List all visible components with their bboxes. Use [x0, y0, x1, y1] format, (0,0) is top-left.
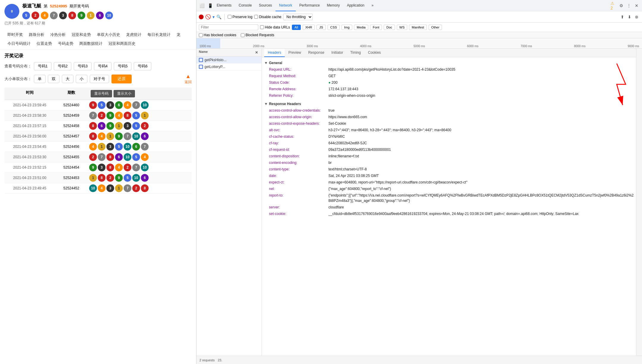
filter-js[interactable]: JS [317, 25, 326, 30]
disable-cache-checkbox[interactable]: Disable cache [254, 15, 281, 19]
filter-single[interactable]: 单 [34, 75, 45, 83]
tab-headers[interactable]: Headers [264, 49, 285, 57]
request-count: 2 requests [199, 358, 215, 362]
filter-icon[interactable]: ▾ [213, 15, 215, 19]
filter-xhr[interactable]: XHR [303, 25, 315, 30]
tab-console[interactable]: Console [235, 0, 255, 11]
record-button[interactable] [199, 15, 204, 19]
nav-instant[interactable]: 即时开奖 [4, 30, 26, 39]
network-item-getpks[interactable]: getPksHisto... [196, 57, 262, 64]
ball-3: 4 [41, 12, 48, 19]
preserve-log-input[interactable] [228, 15, 232, 19]
filter-num3[interactable]: 号码3 [74, 62, 91, 70]
blocked-requests-input[interactable] [241, 33, 245, 37]
filter-media[interactable]: Media [354, 25, 368, 30]
close-detail-icon[interactable]: ✕ [254, 50, 259, 55]
filter-num5[interactable]: 号码5 [114, 62, 131, 70]
prop-name: expect-ct: [269, 180, 328, 185]
disable-cache-input[interactable] [254, 15, 258, 19]
rh-content-type: content-type: text/html;charset=UTF-8 [264, 166, 634, 172]
filter-other[interactable]: Other [429, 25, 442, 30]
nav-road[interactable]: 路珠分析 [26, 30, 47, 39]
tab-sources[interactable]: Sources [255, 0, 276, 11]
back-button[interactable]: ▲ 返回 [185, 73, 192, 85]
throttle-select[interactable]: No throttling [283, 14, 313, 20]
tab-network[interactable]: Network [276, 0, 296, 11]
response-headers-section-header[interactable]: ▼ Response Headers [264, 101, 634, 107]
nav-position[interactable]: 位置走势 [34, 39, 55, 48]
cell-time: 2021-04-23 23:58:30 [6, 113, 54, 118]
nav-cold[interactable]: 冷热分析 [47, 30, 69, 39]
clear-button[interactable]: 🚫 [205, 14, 211, 20]
tab-preview[interactable]: Preview [285, 49, 305, 57]
cell-balls: 9 3 8 4 2 7 10 [89, 164, 149, 171]
cell-time: 2021-04-23 23:59:45 [6, 103, 54, 107]
filter-ws[interactable]: WS [397, 25, 407, 30]
row-ball: 10 [132, 174, 140, 182]
tab-timing[interactable]: Timing [347, 49, 364, 57]
restore-button[interactable]: 还原 [111, 75, 132, 83]
show-code-btn[interactable]: 显示号码 [91, 90, 112, 97]
nav-daily[interactable]: 每日长龙统计 [144, 30, 174, 39]
filter-doc[interactable]: Doc [384, 25, 395, 30]
filter-big[interactable]: 大 [62, 75, 73, 83]
filter-font[interactable]: Font [370, 25, 382, 30]
tab-performance[interactable]: Performance [296, 0, 323, 11]
nav-twoface[interactable]: 冠亚和两面历史 [106, 39, 139, 48]
table-row: 2021-04-23 23:52:15 52524454 9 3 8 4 2 7… [4, 162, 192, 173]
prop-value: __cfduid=db8e4f53176769016e9400aaf9eeb42… [328, 211, 579, 216]
row-ball: 5 [115, 143, 123, 151]
filter-num6[interactable]: 号码6 [134, 62, 151, 70]
nav-trend[interactable]: 冠亚和走势 [69, 30, 94, 39]
cell-balls: 9 5 3 6 4 7 10 [89, 101, 149, 109]
filter-css[interactable]: CSS [328, 25, 340, 30]
blocked-cookies-checkbox[interactable]: Has blocked cookies [199, 33, 236, 37]
close-icon[interactable]: ✕ [634, 3, 640, 9]
tab-more[interactable]: » [368, 0, 377, 11]
search-icon[interactable]: 🔍 [216, 15, 221, 19]
nav-code[interactable]: 号码走势 [55, 39, 76, 48]
preserve-log-checkbox[interactable]: Preserve log [228, 15, 252, 19]
clear-icon2[interactable]: ⊗ [634, 14, 640, 20]
hide-data-urls-checkbox[interactable]: Hide data URLs [260, 25, 290, 29]
filter-num2[interactable]: 号码2 [54, 62, 71, 70]
filter-num1[interactable]: 号码1 [34, 62, 51, 70]
tab-response[interactable]: Response [305, 49, 328, 57]
inspect-icon[interactable]: ⬜ [199, 3, 205, 9]
filter-num4[interactable]: 号码4 [94, 62, 111, 70]
filter-double[interactable]: 双 [48, 75, 59, 83]
filter-all[interactable]: All [292, 25, 301, 30]
settings-icon[interactable]: ⚙ [618, 3, 624, 9]
rh-access-credentials: access-control-allow-credentials: true [264, 107, 634, 114]
device-icon[interactable]: 📱 [207, 3, 213, 9]
nav-history[interactable]: 单双大小历史 [94, 30, 123, 39]
tab-application[interactable]: Application [343, 0, 368, 11]
nav-today[interactable]: 今日号码统计 [4, 39, 34, 48]
filter-pair[interactable]: 对子号 [90, 75, 109, 83]
hide-data-urls-input[interactable] [260, 25, 264, 29]
import-icon[interactable]: ⬆ [619, 14, 625, 20]
rh-server: server: cloudflare [264, 204, 634, 211]
nav-dragon[interactable]: 龙虎统计 [123, 30, 144, 39]
network-item-getlottery[interactable]: getLotteryP... [196, 64, 262, 70]
tab-cookies[interactable]: Cookies [364, 49, 384, 57]
filter-manifest[interactable]: Manifest [409, 25, 427, 30]
blocked-cookies-input[interactable] [199, 33, 203, 37]
row-ball: 9 [89, 164, 97, 171]
filter-img[interactable]: Img [342, 25, 352, 30]
tab-elements[interactable]: Elements [213, 0, 235, 11]
export-icon[interactable]: ⬇ [627, 14, 632, 20]
filter-small[interactable]: 小 [76, 75, 87, 83]
nav-twodata[interactable]: 两面数据统计 [76, 39, 106, 48]
ball-1: 5 [22, 12, 30, 19]
general-section-header[interactable]: ▼ General [264, 60, 634, 66]
prop-name: access-control-expose-headers: [269, 121, 328, 126]
nav-dragon2[interactable]: 龙 [174, 30, 183, 39]
more-icon[interactable]: ⋮ [626, 3, 632, 9]
filter-input[interactable] [199, 24, 258, 30]
cell-balls: 1 8 2 9 5 10 6 [89, 174, 149, 182]
tab-memory[interactable]: Memory [323, 0, 343, 11]
tab-initiator[interactable]: Initiator [328, 49, 347, 57]
show-size-btn[interactable]: 显示大小 [114, 90, 135, 97]
blocked-requests-checkbox[interactable]: Blocked Requests [241, 33, 274, 37]
